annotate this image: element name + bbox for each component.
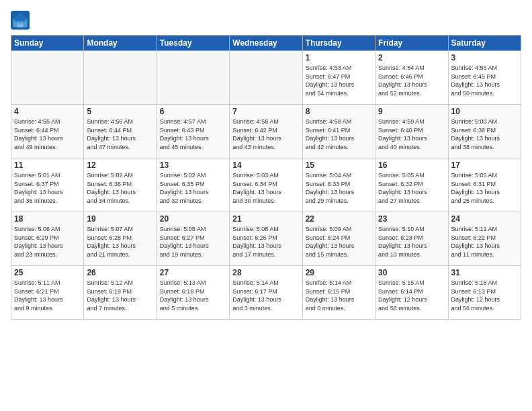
- day-number: 22: [306, 214, 372, 224]
- calendar-table: SundayMondayTuesdayWednesdayThursdayFrid…: [11, 35, 521, 320]
- calendar-cell: 29Sunrise: 5:14 AM Sunset: 6:15 PM Dayli…: [302, 266, 375, 320]
- day-number: 27: [160, 268, 226, 277]
- header-monday: Monday: [84, 36, 157, 51]
- page-header: [11, 11, 521, 30]
- header-saturday: Saturday: [448, 36, 521, 51]
- day-number: 5: [87, 107, 153, 116]
- calendar-cell: [157, 51, 229, 105]
- day-number: 20: [160, 214, 226, 224]
- day-info: Sunrise: 5:01 AM Sunset: 6:37 PM Dayligh…: [14, 171, 81, 205]
- day-number: 3: [451, 53, 518, 62]
- calendar-cell: 25Sunrise: 5:11 AM Sunset: 6:21 PM Dayli…: [11, 266, 84, 320]
- calendar-week-5: 25Sunrise: 5:11 AM Sunset: 6:21 PM Dayli…: [11, 266, 521, 320]
- day-info: Sunrise: 5:02 AM Sunset: 6:35 PM Dayligh…: [160, 171, 226, 205]
- calendar-cell: 18Sunrise: 5:06 AM Sunset: 6:29 PM Dayli…: [11, 212, 84, 266]
- day-number: 4: [14, 107, 81, 116]
- day-number: 8: [306, 107, 372, 116]
- day-number: 6: [160, 107, 226, 116]
- day-info: Sunrise: 4:57 AM Sunset: 6:43 PM Dayligh…: [160, 118, 226, 151]
- day-number: 24: [451, 214, 518, 224]
- calendar-week-2: 4Sunrise: 4:55 AM Sunset: 6:44 PM Daylig…: [11, 105, 521, 158]
- day-number: 15: [306, 161, 372, 170]
- day-info: Sunrise: 5:06 AM Sunset: 6:29 PM Dayligh…: [14, 225, 81, 259]
- day-info: Sunrise: 4:59 AM Sunset: 6:40 PM Dayligh…: [378, 118, 445, 151]
- day-number: 12: [87, 161, 153, 170]
- calendar-cell: 28Sunrise: 5:14 AM Sunset: 6:17 PM Dayli…: [230, 266, 302, 320]
- calendar-cell: [230, 51, 302, 105]
- calendar-week-4: 18Sunrise: 5:06 AM Sunset: 6:29 PM Dayli…: [11, 212, 521, 266]
- day-number: 9: [378, 107, 445, 116]
- logo: [11, 11, 31, 30]
- calendar-cell: 10Sunrise: 5:00 AM Sunset: 6:38 PM Dayli…: [448, 105, 521, 158]
- calendar-cell: 22Sunrise: 5:09 AM Sunset: 6:24 PM Dayli…: [302, 212, 375, 266]
- day-number: 13: [160, 161, 226, 170]
- day-info: Sunrise: 5:00 AM Sunset: 6:38 PM Dayligh…: [451, 118, 518, 151]
- day-number: 17: [451, 161, 518, 170]
- day-number: 25: [14, 268, 81, 277]
- calendar-cell: 21Sunrise: 5:08 AM Sunset: 6:26 PM Dayli…: [230, 212, 302, 266]
- calendar-cell: 12Sunrise: 5:02 AM Sunset: 6:36 PM Dayli…: [84, 158, 157, 212]
- day-info: Sunrise: 5:05 AM Sunset: 6:32 PM Dayligh…: [378, 171, 445, 205]
- calendar-header-row: SundayMondayTuesdayWednesdayThursdayFrid…: [11, 36, 521, 51]
- day-number: 18: [14, 214, 81, 224]
- calendar-cell: [11, 51, 84, 105]
- calendar-cell: 7Sunrise: 4:58 AM Sunset: 6:42 PM Daylig…: [230, 105, 302, 158]
- day-info: Sunrise: 5:03 AM Sunset: 6:34 PM Dayligh…: [232, 171, 299, 205]
- calendar-cell: 11Sunrise: 5:01 AM Sunset: 6:37 PM Dayli…: [11, 158, 84, 212]
- day-info: Sunrise: 4:55 AM Sunset: 6:44 PM Dayligh…: [14, 118, 81, 151]
- day-info: Sunrise: 5:08 AM Sunset: 6:27 PM Dayligh…: [160, 225, 226, 259]
- day-info: Sunrise: 5:14 AM Sunset: 6:15 PM Dayligh…: [306, 279, 372, 312]
- calendar-cell: [84, 51, 157, 105]
- calendar-cell: 3Sunrise: 4:55 AM Sunset: 6:45 PM Daylig…: [448, 51, 521, 105]
- header-sunday: Sunday: [11, 36, 84, 51]
- day-info: Sunrise: 5:08 AM Sunset: 6:26 PM Dayligh…: [232, 225, 299, 259]
- calendar-cell: 20Sunrise: 5:08 AM Sunset: 6:27 PM Dayli…: [157, 212, 229, 266]
- day-info: Sunrise: 5:12 AM Sunset: 6:19 PM Dayligh…: [87, 279, 153, 312]
- calendar-cell: 8Sunrise: 4:58 AM Sunset: 6:41 PM Daylig…: [302, 105, 375, 158]
- day-number: 30: [378, 268, 445, 277]
- calendar-cell: 17Sunrise: 5:05 AM Sunset: 6:31 PM Dayli…: [448, 158, 521, 212]
- day-number: 21: [232, 214, 299, 224]
- calendar-cell: 6Sunrise: 4:57 AM Sunset: 6:43 PM Daylig…: [157, 105, 229, 158]
- calendar-cell: 26Sunrise: 5:12 AM Sunset: 6:19 PM Dayli…: [84, 266, 157, 320]
- day-info: Sunrise: 5:11 AM Sunset: 6:21 PM Dayligh…: [14, 279, 81, 312]
- day-info: Sunrise: 5:10 AM Sunset: 6:23 PM Dayligh…: [378, 225, 445, 259]
- day-number: 29: [306, 268, 372, 277]
- day-info: Sunrise: 4:54 AM Sunset: 6:46 PM Dayligh…: [378, 64, 445, 97]
- calendar-cell: 14Sunrise: 5:03 AM Sunset: 6:34 PM Dayli…: [230, 158, 302, 212]
- calendar-cell: 2Sunrise: 4:54 AM Sunset: 6:46 PM Daylig…: [375, 51, 448, 105]
- logo-icon: [11, 11, 30, 30]
- day-info: Sunrise: 5:14 AM Sunset: 6:17 PM Dayligh…: [232, 279, 299, 312]
- day-info: Sunrise: 5:13 AM Sunset: 6:18 PM Dayligh…: [160, 279, 226, 312]
- day-number: 1: [306, 53, 372, 62]
- calendar-cell: 30Sunrise: 5:15 AM Sunset: 6:14 PM Dayli…: [375, 266, 448, 320]
- day-number: 2: [378, 53, 445, 62]
- day-number: 7: [232, 107, 299, 116]
- calendar-week-3: 11Sunrise: 5:01 AM Sunset: 6:37 PM Dayli…: [11, 158, 521, 212]
- calendar-page: SundayMondayTuesdayWednesdayThursdayFrid…: [0, 0, 532, 411]
- day-number: 10: [451, 107, 518, 116]
- day-info: Sunrise: 5:05 AM Sunset: 6:31 PM Dayligh…: [451, 171, 518, 205]
- day-number: 11: [14, 161, 81, 170]
- calendar-cell: 27Sunrise: 5:13 AM Sunset: 6:18 PM Dayli…: [157, 266, 229, 320]
- calendar-cell: 31Sunrise: 5:16 AM Sunset: 6:13 PM Dayli…: [448, 266, 521, 320]
- day-info: Sunrise: 5:07 AM Sunset: 6:28 PM Dayligh…: [87, 225, 153, 259]
- day-info: Sunrise: 5:15 AM Sunset: 6:14 PM Dayligh…: [378, 279, 445, 312]
- day-info: Sunrise: 5:04 AM Sunset: 6:33 PM Dayligh…: [306, 171, 372, 205]
- calendar-cell: 1Sunrise: 4:53 AM Sunset: 6:47 PM Daylig…: [302, 51, 375, 105]
- header-friday: Friday: [375, 36, 448, 51]
- day-number: 19: [87, 214, 153, 224]
- day-number: 23: [378, 214, 445, 224]
- calendar-cell: 24Sunrise: 5:11 AM Sunset: 6:22 PM Dayli…: [448, 212, 521, 266]
- calendar-cell: 16Sunrise: 5:05 AM Sunset: 6:32 PM Dayli…: [375, 158, 448, 212]
- svg-rect-3: [17, 21, 24, 28]
- day-info: Sunrise: 4:55 AM Sunset: 6:45 PM Dayligh…: [451, 64, 518, 97]
- day-number: 14: [232, 161, 299, 170]
- header-wednesday: Wednesday: [230, 36, 302, 51]
- day-number: 31: [451, 268, 518, 277]
- day-number: 16: [378, 161, 445, 170]
- day-info: Sunrise: 5:02 AM Sunset: 6:36 PM Dayligh…: [87, 171, 153, 205]
- day-info: Sunrise: 5:11 AM Sunset: 6:22 PM Dayligh…: [451, 225, 518, 259]
- day-info: Sunrise: 5:16 AM Sunset: 6:13 PM Dayligh…: [451, 279, 518, 312]
- day-info: Sunrise: 5:09 AM Sunset: 6:24 PM Dayligh…: [306, 225, 372, 259]
